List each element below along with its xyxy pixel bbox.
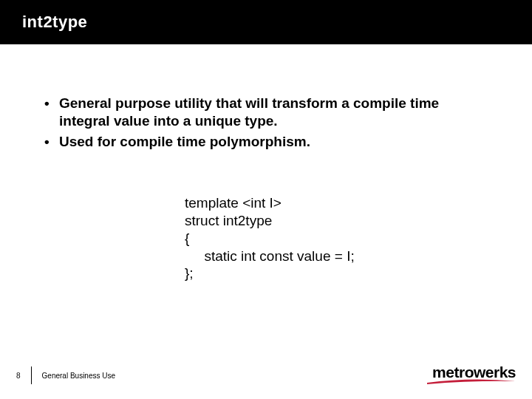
slide-title: int2type [22, 13, 87, 32]
code-line: { [185, 230, 488, 248]
footer-label: General Business Use [42, 372, 116, 380]
content-area: General purpose utility that will transf… [0, 44, 532, 282]
title-bar: int2type [0, 0, 532, 44]
code-block: template <int I> struct int2type { stati… [185, 194, 488, 282]
bullet-item: Used for compile time polymorphism. [44, 133, 488, 151]
footer-divider [31, 366, 32, 384]
code-line: static int const value = I; [185, 248, 488, 265]
page-number: 8 [0, 372, 31, 380]
slide: int2type General purpose utility that wi… [0, 0, 532, 399]
bullet-item: General purpose utility that will transf… [44, 95, 488, 130]
bullet-list: General purpose utility that will transf… [44, 95, 488, 150]
code-line: struct int2type [185, 212, 488, 230]
brand-text: metrowerks [427, 364, 516, 380]
brand-logo: metrowerks [427, 364, 516, 386]
code-line: }; [185, 265, 488, 282]
code-line: template <int I> [185, 194, 488, 212]
